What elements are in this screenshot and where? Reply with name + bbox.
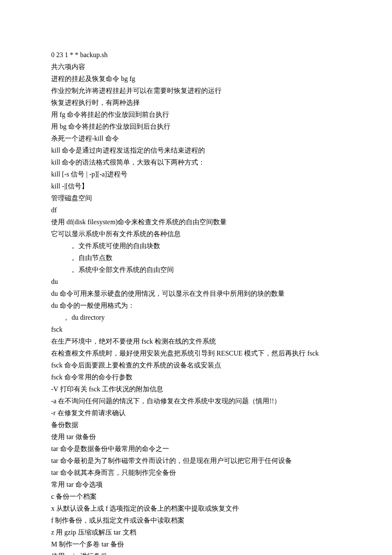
text-line: kill 命令的语法格式很简单，大致有以下两种方式： [51,156,341,168]
text-line: kill [-s 信号 | -p][-a]进程号 [51,168,341,180]
text-line: 管理磁盘空间 [51,192,341,204]
text-line: 。自由节点数 [51,252,341,264]
text-line: fsck 命令后面要跟上要检查的文件系统的设备名或安装点 [51,359,341,371]
text-line: 。文件系统可使用的自由块数 [51,240,341,252]
text-line: kill -|[信号】 [51,180,341,192]
text-line: 在检查根文件系统时，最好使用安装光盘把系统引导到 RESCUE 模式下，然后再执… [51,347,341,359]
text-line: fsck 命令常用的命令行参数 [51,371,341,383]
text-line: fsck [51,324,341,335]
text-line: 共六项内容 [51,61,341,73]
text-line: df [51,204,341,216]
text-line: 用 bg 命令将挂起的作业放回到后台执行 [51,121,341,133]
text-line: du 命令可用来显示硬盘的使用情况，可以显示在文件目录中所用到的块的数量 [51,288,341,300]
text-line: 常用 tar 命令选项 [51,479,341,491]
text-line: -V 打印有关 fsck 工作状况的附加信息 [51,383,341,395]
text-line: f 制作备份，或从指定文件或设备中读取档案 [51,515,341,526]
text-line: 使用 tar 做备份 [51,431,341,443]
text-line: kill 命令是通过向进程发送指定的信号来结束进程的 [51,145,341,156]
text-line: -r 在修复文件前请求确认 [51,407,341,419]
text-line: 备份数据 [51,419,341,431]
text-line: 。系统中全部文件系统的自由空间 [51,264,341,276]
text-line: tar 命令就其本身而言，只能制作完全备份 [51,467,341,479]
text-line: 0 23 1 * * backup.sh [51,49,341,61]
text-line: tar 命令最初是为了制作磁带文件而设计的，但是现在用户可以把它用于任何设备 [51,455,341,467]
text-line: x 从默认设备上或 f 选项指定的设备上的档案中提取或恢复文件 [51,503,341,515]
text-line: du 命令的一般使用格式为： [51,300,341,312]
text-line: M 制作一个多卷 tar 备份 [51,538,341,550]
text-line: 在生产环境中，绝对不要使用 fsck 检测在线的文件系统 [51,335,341,347]
text-line: 使用 cpio 进行备份 [51,550,341,555]
text-line: -a 在不询问任何问题的情况下，自动修复在文件系统中发现的问题（慎用!!） [51,395,341,407]
text-line: 进程的挂起及恢复命令 bg fg [51,73,341,85]
document-page: 0 23 1 * * backup.sh共六项内容进程的挂起及恢复命令 bg f… [0,0,392,555]
text-line: 它可以显示系统中所有文件系统的各种信息 [51,228,341,240]
text-line: 。du directory [51,312,341,324]
document-body: 0 23 1 * * backup.sh共六项内容进程的挂起及恢复命令 bg f… [51,49,341,555]
text-line: z 用 gzip 压缩或解压 tar 文档 [51,526,341,538]
text-line: du [51,276,341,288]
text-line: 作业控制允许将进程挂起并可以在需要时恢复进程的运行 [51,85,341,97]
text-line: 恢复进程执行时，有两种选择 [51,97,341,109]
text-line: 用 fg 命令将挂起的作业放回到前台执行 [51,109,341,121]
text-line: 杀死一个进程-kill 命令 [51,133,341,145]
text-line: c 备份一个档案 [51,491,341,503]
text-line: tar 命令是数据备份中最常用的命令之一 [51,443,341,455]
text-line: 使用 df(disk filesystem)命令来检查文件系统的自由空间数量 [51,216,341,228]
